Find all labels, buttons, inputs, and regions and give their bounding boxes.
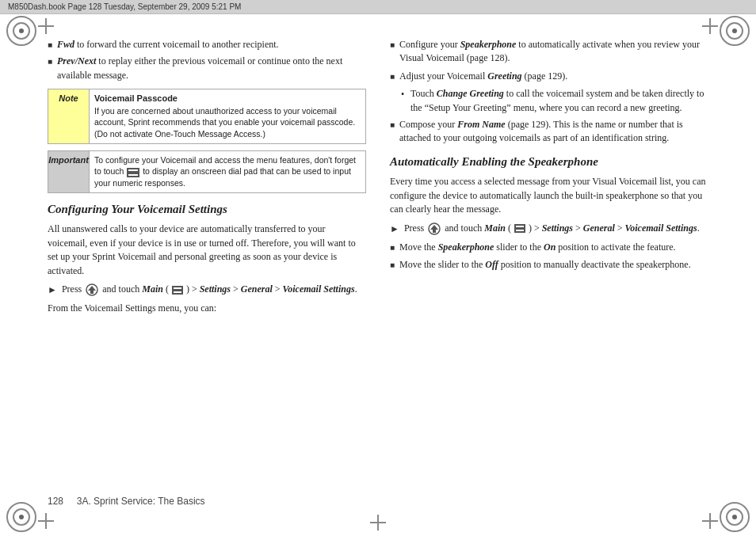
corner-tl-decoration (6, 16, 36, 46)
cross-tl (38, 18, 54, 34)
and-touch-label-r: and touch Main ( (445, 222, 511, 234)
bullet-prevnext: ■ Prev/Next to replay either the previou… (48, 55, 366, 82)
bullet-prevnext-text: Prev/Next to replay either the previous … (57, 55, 366, 82)
svg-rect-5 (433, 230, 436, 233)
bullet-sq-r3: ■ (390, 120, 396, 146)
arrow-instruction-right: ► Press and touch Main ( ) > Settings > … (390, 222, 708, 236)
bullet-greeting: ■ Adjust your Voicemail Greeting (page 1… (390, 70, 708, 83)
arrow-instruction-left: ► Press and touch Main ( ) > Settings > … (48, 283, 366, 297)
main-content: ■ Fwd to forward the current voicemail t… (0, 14, 756, 535)
intro-text: All unanswered calls to your device are … (48, 222, 366, 278)
bullet-sp-on: ■ Move the Speakerphone slider to the On… (390, 241, 708, 254)
important-label: Important (48, 151, 90, 192)
bullet-speakerphone: ■ Configure your Speakerphone to automat… (390, 38, 708, 66)
cross-tr (702, 18, 718, 34)
bullet-sq-r1: ■ (390, 40, 396, 66)
note-title: Voicemail Passcode (94, 93, 361, 105)
page: M850Dash.book Page 128 Tuesday, Septembe… (0, 0, 756, 540)
press-label: Press (62, 283, 82, 295)
note-body: If you are concerned about unauthorized … (94, 105, 361, 140)
footer: 128 3A. Sprint Service: The Basics (48, 496, 205, 507)
bullet-sp-off: ■ Move the slider to the Off position to… (390, 258, 708, 272)
and-touch-label: and touch Main ( (102, 283, 169, 295)
page-number: 128 (48, 496, 63, 507)
from-voicemail-text: From the Voicemail Settings menu, you ca… (48, 302, 366, 315)
arrow-text: Press and touch Main ( ) > Settings > Ge… (62, 283, 357, 296)
bullet-greeting-text: Adjust your Voicemail Greeting (page 129… (399, 70, 567, 83)
menu-icon (127, 168, 139, 177)
home-button-icon-r (428, 222, 441, 235)
right-intro-text: Every time you access a selected message… (390, 175, 708, 216)
menu-icon-small (172, 286, 183, 295)
arrow-suffix-r: ) > Settings > General > Voicemail Setti… (529, 222, 700, 234)
bullet-fromname: ■ Compose your From Name (page 129). Thi… (390, 118, 708, 146)
section-heading-text: Configuring Your Voicemail Settings (48, 203, 227, 215)
cross-bl (38, 513, 54, 529)
bullet-sp-on-text: Move the Speakerphone slider to the On p… (399, 241, 676, 254)
section-heading-speakerphone: Automatically Enabling the Speakerphone (390, 154, 708, 171)
chapter-label: 3A. Sprint Service: The Basics (77, 496, 205, 507)
section-heading-sp-text: Automatically Enabling the Speakerphone (390, 155, 598, 168)
home-button-icon (86, 283, 98, 296)
left-column: ■ Fwd to forward the current voicemail t… (48, 38, 366, 519)
arrow-icon: ► (48, 283, 57, 297)
corner-tr-decoration (720, 16, 750, 46)
header-text: M850Dash.book Page 128 Tuesday, Septembe… (8, 2, 241, 11)
note-box: Note Voicemail Passcode If you are conce… (48, 89, 366, 143)
header-bar: M850Dash.book Page 128 Tuesday, Septembe… (0, 0, 756, 14)
corner-bl-decoration (6, 502, 36, 532)
svg-marker-1 (88, 286, 96, 291)
bullet-fwd-text: Fwd to forward the current voicemail to … (57, 38, 279, 51)
corner-br-decoration (720, 502, 750, 532)
bullet-sq-r2: ■ (390, 71, 396, 83)
note-label: Note (48, 89, 90, 143)
svg-rect-2 (90, 291, 94, 294)
sub-bullet-text: Touch Change Greeting to call the voicem… (410, 87, 708, 115)
bullet-speakerphone-text: Configure your Speakerphone to automatic… (399, 38, 708, 66)
bullet-fromname-text: Compose your From Name (page 129). This … (399, 118, 708, 146)
sub-bullet-dot: • (401, 88, 407, 115)
svg-marker-4 (430, 225, 438, 230)
right-column: ■ Configure your Speakerphone to automat… (390, 38, 708, 519)
sub-bullet-change-greeting: • Touch Change Greeting to call the voic… (401, 87, 708, 115)
arrow-text-r: Press and touch Main ( ) > Settings > Ge… (404, 222, 700, 235)
cross-br (702, 513, 718, 529)
bullet-sp-off-text: Move the slider to the Off position to m… (399, 258, 691, 272)
arrow-icon-r: ► (390, 222, 399, 236)
arrow-suffix: ) > Settings > General > Voicemail Setti… (186, 283, 357, 295)
section-heading-voicemail: Configuring Your Voicemail Settings (48, 201, 366, 219)
note-content: Voicemail Passcode If you are concerned … (90, 89, 365, 143)
bullet-sq-on: ■ (390, 242, 396, 254)
menu-icon-small-r (514, 224, 525, 233)
bottom-center-crosshair (370, 515, 386, 530)
important-content: To configure your Voicemail and access t… (90, 151, 365, 192)
important-box: Important To configure your Voicemail an… (48, 150, 366, 193)
bullet-fwd: ■ Fwd to forward the current voicemail t… (48, 38, 366, 51)
press-label-r: Press (404, 222, 424, 234)
bullet-sq-off: ■ (390, 260, 396, 272)
bullet-sq-icon: ■ (48, 40, 54, 51)
bullet-sq-icon2: ■ (48, 56, 54, 82)
